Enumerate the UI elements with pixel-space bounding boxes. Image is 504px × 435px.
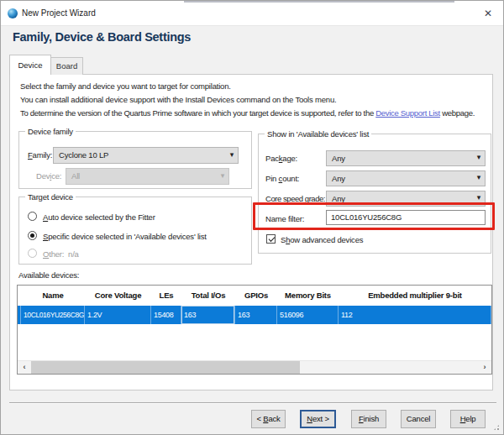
background-window-edge	[184, 1, 454, 3]
chevron-down-icon: ▾	[477, 150, 480, 165]
next-button[interactable]: Next >	[300, 410, 336, 428]
red-highlight-annotation	[253, 202, 495, 230]
target-device-group: Target device Auto device selected by th…	[18, 197, 252, 265]
table-row-selected[interactable]: 10CL016YU256C8G 1.2V 15408 163 163 51609…	[18, 306, 491, 324]
close-icon[interactable]: ✕	[480, 6, 496, 21]
show-advanced-devices-checkbox[interactable]	[266, 234, 276, 244]
package-select[interactable]: Any▾	[326, 150, 486, 166]
chevron-down-icon: ▾	[221, 168, 224, 183]
cell-les[interactable]: 15408	[151, 306, 181, 324]
cell-memory-bits[interactable]: 516096	[277, 306, 339, 324]
intro-line-3-after: webpage.	[440, 108, 475, 118]
resize-grip[interactable]	[493, 424, 500, 431]
show-advanced-devices-label[interactable]: Show advanced devices	[281, 235, 363, 244]
family-select[interactable]: Cyclone 10 LP▾	[53, 147, 239, 164]
family-value: Cyclone 10 LP	[59, 150, 108, 160]
tab-board[interactable]: Board	[51, 57, 83, 75]
available-devices-label: Available devices:	[18, 270, 79, 280]
pin-count-label: Pin count:	[265, 174, 299, 183]
new-project-wizard-dialog: New Project Wizard ✕ Family, Device & Bo…	[0, 0, 504, 435]
window-title: New Project Wizard	[22, 8, 96, 18]
device-tab-panel: Select the family and device you want to…	[9, 74, 493, 390]
radio-other-label: Other: n/a	[43, 249, 79, 259]
finish-button[interactable]: Finish	[351, 410, 386, 428]
pin-count-value: Any	[332, 174, 345, 183]
radio-specific-device[interactable]	[28, 231, 37, 240]
pin-count-select[interactable]: Any▾	[326, 170, 486, 186]
show-group-title: Show in 'Available devices' list	[265, 129, 371, 139]
footer-separator	[9, 402, 496, 403]
device-family-group-title: Device family	[25, 127, 76, 136]
horizontal-scrollbar[interactable]: ‹ ›	[18, 360, 491, 374]
titlebar[interactable]: New Project Wizard ✕	[1, 1, 503, 26]
cell-gpios[interactable]: 163	[235, 306, 277, 324]
device-label: Device:	[36, 171, 61, 181]
intro-line-2: You can install additional device suppor…	[20, 95, 336, 104]
radio-other	[28, 249, 37, 258]
intro-line-1: Select the family and device you want to…	[20, 81, 231, 91]
device-select: All▾	[66, 168, 229, 185]
col-header-les[interactable]: LEs	[151, 286, 181, 306]
cancel-button[interactable]: Cancel	[401, 410, 436, 428]
scrollbar-thumb[interactable]	[31, 361, 300, 374]
help-button[interactable]: Help	[450, 410, 486, 428]
cell-core-voltage[interactable]: 1.2V	[85, 306, 151, 324]
cell-embedded-multiplier[interactable]: 112	[339, 306, 491, 324]
radio-specific-device-label[interactable]: Specific device selected in 'Available d…	[43, 232, 207, 241]
chevron-down-icon: ▾	[477, 170, 480, 185]
col-header-embedded-multiplier[interactable]: Embedded multiplier 9-bit	[339, 286, 491, 306]
target-device-group-title: Target device	[25, 192, 76, 202]
radio-auto-device-label[interactable]: Auto device selected by the Fitter	[43, 212, 155, 222]
quartus-app-icon	[8, 8, 18, 18]
device-value: All	[71, 171, 80, 181]
package-value: Any	[332, 154, 345, 163]
col-header-gpios[interactable]: GPIOs	[235, 286, 277, 306]
intro-line-3: To determine the version of the Quartus …	[20, 108, 475, 118]
scroll-right-icon[interactable]: ›	[478, 361, 491, 374]
cell-name[interactable]: 10CL016YU256C8G	[21, 306, 85, 324]
tab-device[interactable]: Device	[9, 55, 51, 75]
device-family-group: Device family Family: Cyclone 10 LP▾ Dev…	[18, 131, 252, 189]
col-header-name[interactable]: Name	[21, 286, 85, 306]
package-label: Package:	[265, 154, 297, 163]
table-header-row: Name Core Voltage LEs Total I/Os GPIOs M…	[18, 286, 491, 306]
cell-total-ios[interactable]: 163	[181, 306, 235, 324]
col-header-core-voltage[interactable]: Core Voltage	[85, 286, 151, 306]
scroll-left-icon[interactable]: ‹	[18, 361, 31, 374]
show-in-available-devices-group: Show in 'Available devices' list Package…	[258, 134, 491, 254]
back-button[interactable]: < Back	[251, 410, 286, 428]
page-title: Family, Device & Board Settings	[13, 30, 191, 44]
available-devices-table: Name Core Voltage LEs Total I/Os GPIOs M…	[17, 285, 492, 375]
intro-line-3-before: To determine the version of the Quartus …	[20, 108, 375, 118]
family-label: Family:	[28, 150, 52, 160]
col-header-memory-bits[interactable]: Memory Bits	[277, 286, 339, 306]
col-header-total-ios[interactable]: Total I/Os	[181, 286, 235, 306]
device-support-list-link[interactable]: Device Support List	[375, 108, 440, 118]
radio-auto-device[interactable]	[28, 212, 37, 221]
chevron-down-icon: ▾	[230, 147, 234, 162]
